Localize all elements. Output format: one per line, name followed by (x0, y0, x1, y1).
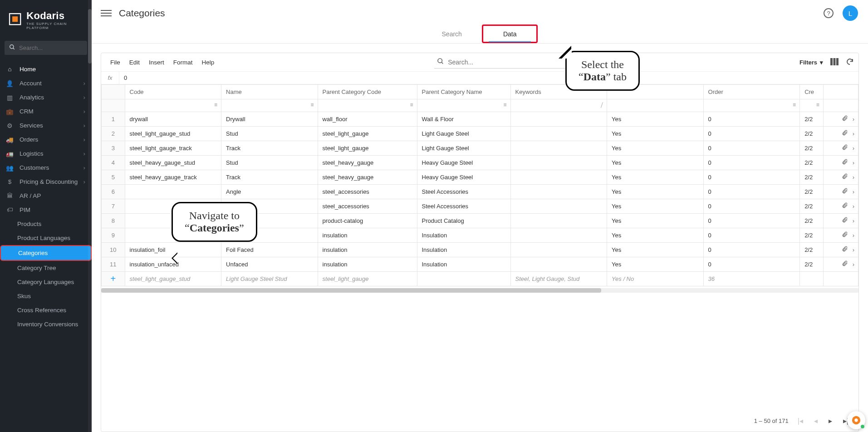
cell-pname[interactable]: Product Catalog (417, 214, 510, 228)
column-header[interactable]: Name (221, 85, 318, 99)
placeholder-yn[interactable]: Yes / No (607, 272, 703, 286)
cell-code[interactable]: steel_heavy_gauge_stud (125, 156, 221, 170)
cell-pname[interactable]: Heavy Gauge Steel (417, 156, 510, 170)
attachment-icon[interactable] (842, 245, 848, 254)
cell-yn[interactable]: Yes (607, 127, 703, 141)
placeholder-order[interactable]: 36 (704, 272, 800, 286)
sidebar-item-cross-references[interactable]: Cross References (17, 303, 92, 317)
attachment-icon[interactable] (842, 144, 848, 152)
menu-insert[interactable]: Insert (144, 56, 169, 69)
cell-yn[interactable]: Yes (607, 214, 703, 228)
menu-edit[interactable]: Edit (125, 56, 144, 69)
chevron-right-icon[interactable]: › (853, 246, 854, 253)
cell-kw[interactable] (511, 159, 607, 167)
sidebar-item-orders[interactable]: 🚚Orders› (0, 133, 92, 147)
column-filter[interactable]: ≡ (125, 99, 221, 112)
sidebar-item-logistics[interactable]: 🚛Logistics› (0, 147, 92, 161)
cell-pcode[interactable]: insulation (318, 243, 417, 257)
cell-pname[interactable]: Wall & Floor (417, 112, 510, 126)
column-filter[interactable]: ≡ (703, 99, 800, 112)
cell-pcode[interactable]: insulation (318, 257, 417, 271)
cell-cre[interactable]: 2/2 (800, 199, 823, 213)
cell-code[interactable]: steel_light_gauge_stud (125, 127, 221, 141)
placeholder-name[interactable]: Light Gauge Steel Stud (221, 272, 318, 286)
column-filter[interactable]: ≡ (417, 99, 510, 112)
cell-yn[interactable]: Yes (607, 199, 703, 213)
placeholder-code[interactable]: steel_light_gauge_stud (125, 272, 221, 286)
cell-pname[interactable]: Steel Accessories (417, 185, 510, 199)
cell-cre[interactable]: 2/2 (800, 214, 823, 228)
cell-kw[interactable] (511, 174, 607, 181)
cell-kw[interactable] (511, 246, 607, 254)
chevron-right-icon[interactable]: › (853, 145, 854, 152)
cell-code[interactable] (125, 188, 221, 196)
cell-order[interactable]: 0 (704, 185, 800, 199)
attachment-icon[interactable] (842, 216, 848, 225)
placeholder-kw[interactable]: Steel, Light Gauge, Stud (511, 272, 607, 286)
cell-kw[interactable] (511, 203, 607, 210)
sidebar-item-products[interactable]: Products (17, 217, 92, 231)
add-row[interactable]: +steel_light_gauge_studLight Gauge Steel… (102, 272, 858, 286)
cell-order[interactable]: 0 (704, 170, 800, 184)
cell-cre[interactable]: 2/2 (800, 112, 823, 126)
sidebar-item-account[interactable]: 👤Account› (0, 76, 92, 90)
chevron-right-icon[interactable]: › (853, 203, 854, 210)
formula-bar[interactable]: fx 0 (101, 72, 858, 84)
cell-pcode[interactable]: steel_light_gauge (318, 141, 417, 155)
cell-pname[interactable]: Insulation (417, 228, 510, 242)
column-filter[interactable]: ⧸ (510, 99, 607, 112)
attachment-icon[interactable] (842, 231, 848, 240)
menu-file[interactable]: File (106, 56, 125, 69)
cell-pcode[interactable]: wall_floor (318, 112, 417, 126)
cell-order[interactable]: 0 (704, 214, 800, 228)
column-filter[interactable]: ≡ (221, 99, 318, 112)
sidebar-item-pricing-discounting[interactable]: $Pricing & Discounting› (0, 175, 92, 189)
cell-yn[interactable]: Yes (607, 228, 703, 242)
column-header[interactable]: Parent Category Code (318, 85, 417, 99)
cell-cre[interactable]: 2/2 (800, 156, 823, 170)
table-row[interactable]: 3steel_light_gauge_trackTracksteel_light… (102, 141, 858, 156)
cell-yn[interactable]: Yes (607, 243, 703, 257)
placeholder-pcode[interactable]: steel_light_gauge (318, 272, 417, 286)
menu-format[interactable]: Format (169, 56, 197, 69)
sidebar-item-customers[interactable]: 👥Customers› (0, 161, 92, 175)
cell-cre[interactable]: 2/2 (800, 228, 823, 242)
cell-pname[interactable]: Insulation (417, 243, 510, 257)
sidebar-search-input[interactable] (19, 44, 83, 51)
sidebar-item-categories[interactable]: Categories (0, 245, 92, 261)
sidebar-item-product-languages[interactable]: Product Languages (17, 231, 92, 245)
attachment-icon[interactable] (842, 173, 848, 182)
cell-order[interactable]: 0 (704, 156, 800, 170)
cell-yn[interactable]: Yes (607, 170, 703, 184)
cell-yn[interactable]: Yes (607, 141, 703, 155)
cell-code[interactable]: drywall (125, 112, 221, 126)
chevron-right-icon[interactable]: › (853, 116, 854, 123)
placeholder-cre[interactable] (800, 275, 823, 283)
sidebar-item-services[interactable]: ⚙Services› (0, 118, 92, 133)
sidebar-item-skus[interactable]: Skus (17, 289, 92, 303)
cell-cre[interactable]: 2/2 (800, 170, 823, 184)
chevron-right-icon[interactable]: › (853, 217, 854, 224)
cell-cre[interactable]: 2/2 (800, 257, 823, 271)
sidebar-scrollbar[interactable] (88, 0, 92, 432)
column-header[interactable]: Order (704, 85, 800, 99)
cell-yn[interactable]: Yes (607, 112, 703, 126)
cell-order[interactable]: 0 (704, 243, 800, 257)
table-row[interactable]: 6Anglesteel_accessoriesSteel Accessories… (102, 185, 858, 199)
table-row[interactable]: 4steel_heavy_gauge_studStudsteel_heavy_g… (102, 156, 858, 170)
cell-pcode[interactable]: steel_accessories (318, 199, 417, 213)
table-row[interactable]: 2steel_light_gauge_studStudsteel_light_g… (102, 127, 858, 141)
cell-name[interactable]: Unfaced (221, 257, 318, 271)
cell-cre[interactable]: 2/2 (800, 127, 823, 141)
cell-yn[interactable]: Yes (607, 156, 703, 170)
sidebar-item-crm[interactable]: 💼CRM› (0, 104, 92, 118)
cell-kw[interactable] (511, 116, 607, 123)
cell-order[interactable]: 0 (704, 141, 800, 155)
cell-cre[interactable]: 2/2 (800, 243, 823, 257)
cell-code[interactable]: steel_heavy_gauge_track (125, 170, 221, 184)
placeholder-pname[interactable] (417, 275, 510, 283)
attachment-icon[interactable] (842, 129, 848, 138)
attachment-icon[interactable] (842, 115, 848, 123)
pager-prev-icon[interactable]: ◂ (812, 417, 819, 425)
table-row[interactable]: 10insulation_foilFoil FacedinsulationIns… (102, 243, 858, 257)
